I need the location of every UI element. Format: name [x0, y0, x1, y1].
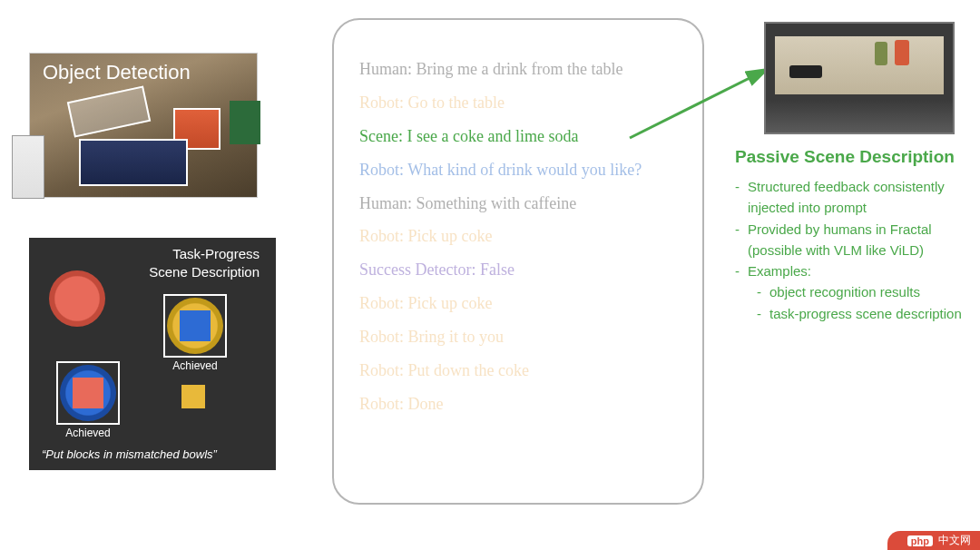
green-pad-icon	[230, 101, 260, 144]
right-column: Passive Scene Description -Structured fe…	[735, 22, 975, 324]
dash-icon: -	[735, 176, 748, 219]
phone-icon	[789, 65, 822, 78]
passive-scene-title: Passive Scene Description	[735, 147, 975, 167]
list-item: Provided by humans in Fractal (possible …	[748, 219, 975, 261]
dialog-line: Robot: Put down the coke	[359, 354, 677, 388]
achieved-box	[56, 361, 120, 425]
watermark-logo: php	[907, 535, 933, 546]
dialog-line: Robot: Bring it to you	[359, 320, 677, 354]
lime-soda-can-icon	[875, 42, 887, 65]
coke-can-icon	[895, 40, 909, 65]
dash-icon: -	[757, 281, 769, 302]
detection-box	[67, 85, 151, 137]
sub-list-item: object recognition results	[769, 281, 920, 302]
dash-icon: -	[735, 219, 748, 261]
watermark-text: 中文网	[938, 533, 971, 548]
achieved-label: Achieved	[163, 359, 227, 372]
watermark: php 中文网	[887, 531, 980, 550]
task-progress-title: Task-Progress Scene Description	[149, 245, 260, 280]
bottle-icon	[12, 135, 44, 199]
dialog-line: Success Detector: False	[359, 253, 677, 287]
object-detection-title: Object Detection	[43, 61, 191, 84]
sub-list-item: task-progress scene description	[769, 303, 962, 324]
passive-scene-list: -Structured feedback consistently inject…	[735, 176, 975, 324]
achieved-box	[163, 294, 227, 358]
task-progress-caption: “Put blocks in mismatched bowls”	[42, 447, 217, 461]
object-detection-thumbnail: Object Detection	[29, 53, 258, 198]
dash-icon: -	[735, 260, 748, 281]
list-item: Structured feedback consistently injecte…	[748, 176, 975, 219]
dialog-line: Robot: Pick up coke	[359, 220, 677, 253]
dialog-line: Robot: What kind of drink would you like…	[359, 153, 677, 187]
dash-icon: -	[757, 303, 769, 324]
dialog-line: Human: Something with caffeine	[359, 187, 677, 221]
yellow-block-icon	[181, 385, 205, 408]
achieved-label: Achieved	[56, 427, 120, 439]
scene-thumbnail	[764, 22, 955, 134]
dialog-line: Robot: Done	[359, 388, 677, 421]
red-bowl-icon	[49, 270, 105, 327]
left-column: Object Detection Task-Progress Scene Des…	[29, 53, 274, 470]
detection-box	[79, 139, 188, 186]
dialog-line: Robot: Pick up coke	[359, 287, 677, 320]
list-item: Examples:	[748, 260, 811, 281]
task-progress-thumbnail: Task-Progress Scene Description Achieved…	[29, 238, 276, 470]
